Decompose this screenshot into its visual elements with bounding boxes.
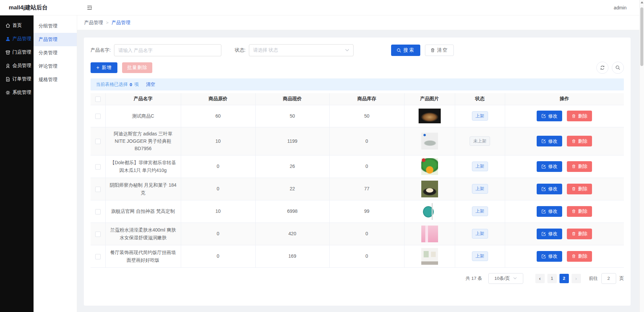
member-icon xyxy=(5,63,10,68)
submenu-item-comments[interactable]: 评论管理 xyxy=(34,60,77,73)
trash-icon xyxy=(572,114,576,118)
current-user[interactable]: admin xyxy=(614,5,627,10)
original-price: 0 xyxy=(181,155,255,178)
row-checkbox[interactable] xyxy=(95,139,101,144)
search-icon xyxy=(396,48,401,53)
product-name: 兰蔻粉水清滢柔肤水400ml 爽肤水女保湿舒缓滋润嫩肤 xyxy=(105,223,181,245)
edit-button[interactable]: 修改 xyxy=(537,161,562,172)
page-button-1[interactable]: 1 xyxy=(547,274,557,283)
product-name-input[interactable] xyxy=(114,44,221,56)
original-price: 60 xyxy=(181,105,255,127)
row-checkbox[interactable] xyxy=(95,232,101,237)
order-icon xyxy=(5,77,10,82)
row-checkbox[interactable] xyxy=(95,164,101,170)
sidebar-item-members[interactable]: 会员管理 xyxy=(0,59,34,72)
row-checkbox[interactable] xyxy=(95,187,101,192)
product-image xyxy=(419,109,441,123)
goto-label: 前往 xyxy=(589,275,598,282)
delete-button[interactable]: 删除 xyxy=(567,111,592,121)
submenu-item-products[interactable]: 产品管理 xyxy=(34,33,77,46)
sidebar-item-system[interactable]: 系统管理 xyxy=(0,86,34,99)
current-price: 1199 xyxy=(255,127,329,155)
original-price: 10 xyxy=(181,127,255,155)
status-badge: 上架 xyxy=(472,229,488,239)
refresh-button[interactable] xyxy=(596,62,608,74)
edit-button[interactable]: 修改 xyxy=(537,206,562,217)
col-status: 状态 xyxy=(455,93,505,105)
stock: 0 xyxy=(329,223,404,245)
table-row: 旗舰店官网 自拍神器 梵高定制 10 6998 99 上架 修改 删除 xyxy=(91,200,624,223)
add-button[interactable]: + 新增 xyxy=(91,62,117,73)
row-checkbox[interactable] xyxy=(95,114,101,119)
edit-button[interactable]: 修改 xyxy=(537,184,562,194)
trash-icon xyxy=(572,232,576,236)
product-name: 【Dole都乐】菲律宾都乐非转基因木瓜1只 单只约410g xyxy=(105,155,181,178)
submenu-item-categories[interactable]: 分类管理 xyxy=(34,46,77,60)
menu-fold-icon[interactable] xyxy=(87,5,93,10)
product-image xyxy=(421,203,438,220)
sidebar-item-home[interactable]: 首页 xyxy=(0,19,34,32)
selection-clear-link[interactable]: 清空 xyxy=(146,81,155,87)
edit-icon xyxy=(541,187,546,191)
original-price: 10 xyxy=(181,200,255,223)
row-checkbox[interactable] xyxy=(95,209,101,214)
goto-page-input[interactable] xyxy=(601,273,616,284)
breadcrumb-separator: > xyxy=(106,20,109,25)
sidebar-item-stores[interactable]: 门店管理 xyxy=(0,46,34,59)
user-icon xyxy=(5,37,10,42)
edit-button[interactable]: 修改 xyxy=(537,251,562,262)
page-button-2[interactable]: 2 xyxy=(559,274,569,283)
delete-button[interactable]: 删除 xyxy=(567,184,592,194)
status-select[interactable]: 请选择 状态 xyxy=(249,44,354,56)
home-icon xyxy=(5,23,10,28)
edit-button[interactable]: 修改 xyxy=(537,229,562,239)
edit-button[interactable]: 修改 xyxy=(537,111,562,121)
clear-button[interactable]: 清空 xyxy=(425,45,454,56)
table-header-row: 产品名字 商品原价 商品现价 商品库存 产品图片 状态 操作 xyxy=(91,93,624,105)
sidebar-item-orders[interactable]: 订单管理 xyxy=(0,72,34,86)
breadcrumb-current[interactable]: 产品管理 xyxy=(112,20,130,26)
delete-button[interactable]: 删除 xyxy=(567,251,592,262)
select-all-checkbox[interactable] xyxy=(95,97,101,102)
delete-button[interactable]: 删除 xyxy=(567,161,592,172)
sidebar-item-products[interactable]: 产品管理 xyxy=(0,32,34,46)
breadcrumb-parent[interactable]: 产品管理 xyxy=(84,20,103,26)
selection-count: 0 xyxy=(130,82,132,87)
product-image xyxy=(421,248,438,265)
product-card: 产品名字: 状态: 请选择 状态 搜索 xyxy=(84,38,631,306)
prev-page-button[interactable]: ‹ xyxy=(535,274,545,283)
product-name: 测试商品C xyxy=(105,105,181,127)
trash-icon xyxy=(572,209,576,213)
delete-button[interactable]: 删除 xyxy=(567,229,592,239)
delete-button[interactable]: 删除 xyxy=(567,206,592,217)
next-page-button[interactable]: › xyxy=(572,274,581,283)
breadcrumb: 产品管理 > 产品管理 xyxy=(77,15,644,30)
delete-button[interactable]: 删除 xyxy=(567,136,592,146)
stock: 0 xyxy=(329,127,404,155)
scroll-up-arrow-icon[interactable] xyxy=(641,1,643,3)
edit-icon xyxy=(541,164,546,169)
table-row: 阿迪达斯官方 adidas 三叶草 NITE JOGGER 男子经典鞋 BD79… xyxy=(91,127,624,155)
current-price: 50 xyxy=(255,105,329,127)
status-badge: 上架 xyxy=(472,206,488,216)
search-button[interactable]: 搜索 xyxy=(391,45,420,56)
current-price: 169 xyxy=(255,245,329,267)
column-search-button[interactable] xyxy=(612,62,624,74)
product-name: 餐厅装饰画现代简约饭厅挂画墙面壁画好好吃饭 xyxy=(105,245,181,267)
page-size-select[interactable]: 10条/页 xyxy=(488,273,523,284)
product-image xyxy=(421,158,438,175)
scrollbar-thumb[interactable] xyxy=(640,7,643,66)
vertical-scrollbar[interactable] xyxy=(639,0,644,312)
content-area: 产品名字: 状态: 请选择 状态 搜索 xyxy=(77,30,644,312)
edit-button[interactable]: 修改 xyxy=(537,136,562,146)
submenu-item-groups[interactable]: 分组管理 xyxy=(34,19,77,33)
product-image xyxy=(421,133,438,149)
batch-delete-button[interactable]: 批量删除 xyxy=(122,62,152,73)
table-toolbar: + 新增 批量删除 xyxy=(91,62,624,73)
row-checkbox[interactable] xyxy=(95,254,101,259)
table-row: 阴阳师寮办秘制 月见和菓子 184克 0 22 77 上架 修改 删除 xyxy=(91,178,624,200)
submenu-item-specs[interactable]: 规格管理 xyxy=(34,73,77,86)
pagination-total: 共 17 条 xyxy=(466,275,482,282)
edit-icon xyxy=(541,139,546,143)
product-image xyxy=(421,181,438,197)
